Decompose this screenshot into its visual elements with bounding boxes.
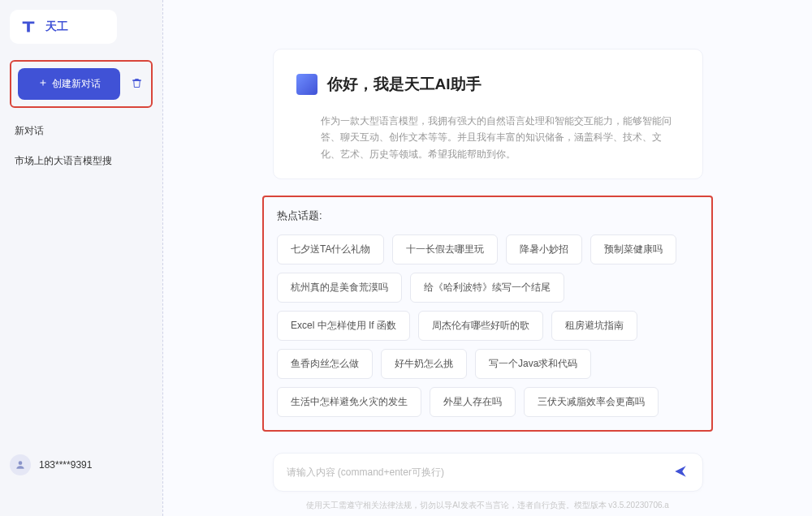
topic-pill[interactable]: 预制菜健康吗 xyxy=(590,234,676,264)
app-logo-icon xyxy=(19,18,37,36)
avatar xyxy=(10,454,31,475)
topic-pill[interactable]: 好牛奶怎么挑 xyxy=(381,349,467,379)
input-bar xyxy=(273,453,703,492)
topic-pill[interactable]: Excel 中怎样使用 If 函数 xyxy=(277,311,410,341)
main-content: 你好，我是天工AI助手 作为一款大型语言模型，我拥有强大的自然语言处理和智能交互… xyxy=(162,0,812,516)
username: 183****9391 xyxy=(39,459,92,471)
logo-area[interactable]: 天工 xyxy=(10,10,117,44)
topic-pill[interactable]: 七夕送TA什么礼物 xyxy=(277,234,384,264)
welcome-header: 你好，我是天工AI助手 xyxy=(296,74,680,95)
new-chat-label: 创建新对话 xyxy=(52,77,101,91)
topic-pill[interactable]: 给《哈利波特》续写一个结尾 xyxy=(410,273,564,303)
history-item[interactable]: 市场上的大语言模型搜 xyxy=(10,146,153,176)
delete-button[interactable] xyxy=(128,76,145,92)
topic-pill[interactable]: 鱼香肉丝怎么做 xyxy=(277,349,373,379)
topic-pill[interactable]: 外星人存在吗 xyxy=(430,387,516,417)
footer-note: 使用天工需遵守相关法律法规，切勿以导AI发表不当言论，违者自行负责。模型版本 v… xyxy=(306,500,669,511)
welcome-card: 你好，我是天工AI助手 作为一款大型语言模型，我拥有强大的自然语言处理和智能交互… xyxy=(273,49,703,179)
topic-pill[interactable]: 周杰伦有哪些好听的歌 xyxy=(418,311,543,341)
topic-pill[interactable]: 十一长假去哪里玩 xyxy=(392,234,498,264)
trash-icon xyxy=(131,77,143,92)
user-area[interactable]: 183****9391 xyxy=(10,454,92,475)
topic-pill[interactable]: 杭州真的是美食荒漠吗 xyxy=(277,273,402,303)
chat-input[interactable] xyxy=(287,467,672,478)
topic-pill[interactable]: 写一个Java求和代码 xyxy=(475,349,591,379)
topics-list: 七夕送TA什么礼物十一长假去哪里玩降暑小妙招预制菜健康吗杭州真的是美食荒漠吗给《… xyxy=(277,234,698,417)
new-chat-row: 创建新对话 xyxy=(10,60,153,108)
hot-topics-section: 热点话题: 七夕送TA什么礼物十一长假去哪里玩降暑小妙招预制菜健康吗杭州真的是美… xyxy=(262,196,713,432)
app-name: 天工 xyxy=(45,19,68,34)
welcome-title: 你好，我是天工AI助手 xyxy=(327,74,482,95)
hot-topics-title: 热点话题: xyxy=(277,209,698,223)
topic-pill[interactable]: 三伏天减脂效率会更高吗 xyxy=(524,387,659,417)
new-chat-button[interactable]: 创建新对话 xyxy=(18,68,120,100)
topic-pill[interactable]: 生活中怎样避免火灾的发生 xyxy=(277,387,421,417)
sidebar: 天工 创建新对话 新对话 市场上的大语言模型搜 183****9391 xyxy=(0,0,162,516)
welcome-description: 作为一款大型语言模型，我拥有强大的自然语言处理和智能交互能力，能够智能问答、聊天… xyxy=(296,113,680,162)
history-item[interactable]: 新对话 xyxy=(10,116,153,146)
topic-pill[interactable]: 降暑小妙招 xyxy=(506,234,582,264)
send-icon xyxy=(673,464,688,481)
svg-point-0 xyxy=(19,461,23,465)
send-button[interactable] xyxy=(672,463,689,481)
plus-icon xyxy=(38,78,48,90)
assistant-icon xyxy=(296,74,317,95)
topic-pill[interactable]: 租房避坑指南 xyxy=(551,311,637,341)
